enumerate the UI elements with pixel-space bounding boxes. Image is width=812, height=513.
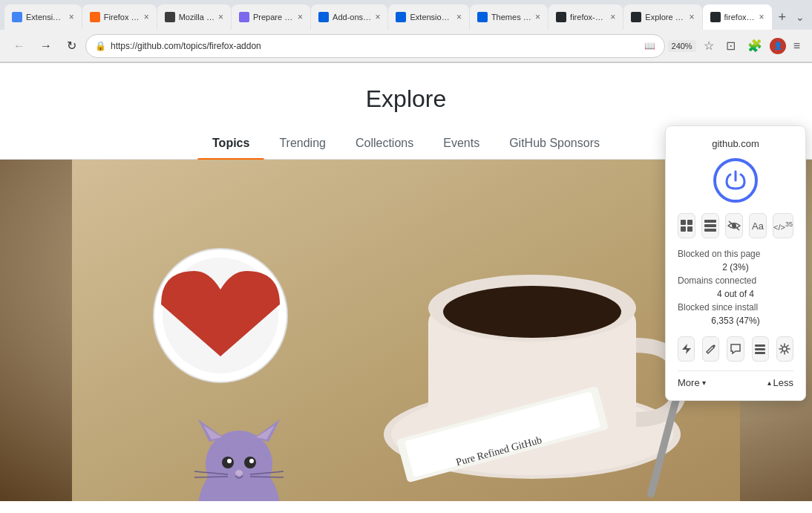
tab-close-btn[interactable]: ×: [610, 12, 615, 22]
tab-ext-basic[interactable]: Extension Basi... ×: [4, 4, 82, 30]
settings-icon: [779, 343, 790, 355]
lightning-action-button[interactable]: [678, 336, 695, 362]
tab-extensions-add[interactable]: Extensions – Ad... ×: [388, 4, 468, 30]
tab-close-btn[interactable]: ×: [759, 12, 764, 22]
tab-close-btn[interactable]: ×: [144, 12, 149, 22]
svg-line-25: [194, 477, 228, 477]
pocket-button[interactable]: ⊡: [721, 36, 740, 56]
chat-action-button[interactable]: [727, 336, 744, 362]
grid-tool-button[interactable]: [701, 213, 719, 238]
reload-button[interactable]: ↻: [61, 36, 82, 56]
edit-icon: [705, 343, 717, 355]
tab-close-btn[interactable]: ×: [375, 12, 380, 22]
tab-label: Themes – Add-...: [491, 13, 531, 22]
edit-action-button[interactable]: [702, 336, 719, 362]
svg-point-23: [235, 470, 243, 476]
svg-rect-40: [704, 220, 716, 223]
popup-footer: More ▾ ▴ Less: [678, 370, 793, 388]
avatar[interactable]: 👤: [770, 38, 786, 54]
forward-button[interactable]: →: [34, 36, 58, 56]
less-label: Less: [773, 377, 793, 388]
nav-topics[interactable]: Topics: [197, 128, 264, 159]
tab-mozilla-support[interactable]: Mozilla Support ×: [157, 4, 231, 30]
settings-action-button[interactable]: [776, 336, 793, 362]
menu-button[interactable]: ≡: [789, 36, 805, 56]
tab-favicon: [165, 12, 175, 22]
extension-popup: github.com: [665, 125, 806, 401]
extensions-button[interactable]: 🧩: [743, 36, 767, 56]
eye-icon: [727, 219, 741, 232]
svg-rect-46: [755, 344, 765, 347]
dashboard-tool-button[interactable]: [678, 213, 695, 238]
blocked-on-page-label: Blocked on this page: [678, 249, 760, 259]
tab-explore-github[interactable]: Explore GitHub... ×: [623, 4, 701, 30]
browser-chrome: Extension Basi... × Firefox add-ons × Mo…: [0, 0, 812, 63]
chat-icon: [730, 343, 741, 355]
svg-rect-47: [755, 348, 765, 350]
tab-ff-addons[interactable]: Firefox add-ons ×: [82, 4, 157, 30]
list-action-button[interactable]: [752, 336, 769, 362]
new-tab-button[interactable]: +: [773, 10, 793, 25]
code-tool-button[interactable]: </>35: [773, 213, 793, 238]
nav-events[interactable]: Events: [428, 128, 494, 159]
svg-point-21: [227, 459, 232, 463]
svg-rect-41: [704, 224, 716, 227]
address-bar[interactable]: 🔒 https://github.com/topics/firefox-addo…: [85, 34, 665, 58]
lightning-icon: [681, 343, 693, 355]
tab-close-btn[interactable]: ×: [298, 12, 303, 22]
tab-favicon: [556, 12, 566, 22]
blocked-on-page-value: 2 (3%): [722, 262, 748, 272]
nav-github-sponsors[interactable]: GitHub Sponsors: [494, 128, 615, 159]
tab-label: Add-ons for Fir...: [333, 13, 371, 22]
tab-active-firefox-addon[interactable]: firefox-addo... ×: [703, 4, 772, 30]
bookmark-button[interactable]: ☆: [699, 36, 718, 56]
less-button[interactable]: ▴ Less: [767, 377, 793, 388]
tab-overflow-button[interactable]: ⌄: [793, 11, 808, 23]
nav-trending[interactable]: Trending: [264, 128, 341, 159]
back-button[interactable]: ←: [7, 36, 31, 56]
url-text: https://github.com/topics/firefox-addon: [111, 41, 640, 51]
tab-firefox-addon[interactable]: firefox-addon-... ×: [549, 4, 623, 30]
tab-favicon: [710, 12, 721, 22]
reading-mode-icon: 📖: [644, 41, 655, 51]
explore-title: Explore: [0, 85, 812, 113]
tab-favicon: [12, 12, 22, 22]
dashboard-icon: [680, 219, 693, 232]
svg-point-14: [206, 431, 272, 497]
tab-favicon: [318, 12, 329, 22]
toolbar-actions: 240% ☆ ⊡ 🧩 👤 ≡: [668, 36, 805, 56]
avatar-image: 👤: [773, 42, 782, 50]
tab-label: Firefox add-ons: [104, 13, 140, 22]
font-tool-button[interactable]: Aa: [749, 213, 767, 238]
popup-stats: Blocked on this page 2 (3%) Domains conn…: [678, 249, 793, 326]
tab-close-btn[interactable]: ×: [690, 12, 695, 22]
domains-connected-label: Domains connected: [678, 275, 756, 286]
tab-close-btn[interactable]: ×: [69, 12, 74, 22]
nav-collections[interactable]: Collections: [341, 128, 428, 159]
svg-point-49: [782, 347, 787, 351]
list-icon: [754, 343, 766, 355]
tab-close-btn[interactable]: ×: [535, 12, 540, 22]
power-circle: [713, 158, 758, 203]
more-button[interactable]: More ▾: [678, 377, 706, 388]
blocked-since-install-row: Blocked since install: [678, 302, 793, 313]
tab-favicon: [239, 12, 249, 22]
blocked-since-install-value: 6,353 (47%): [711, 316, 759, 326]
svg-marker-45: [682, 344, 691, 354]
code-icon: </>35: [773, 220, 793, 232]
zoom-level: 240%: [668, 40, 696, 52]
font-icon: Aa: [752, 220, 764, 232]
tab-addons-firefox[interactable]: Add-ons for Fir... ×: [311, 4, 387, 30]
tab-themes[interactable]: Themes – Add-... ×: [470, 4, 548, 30]
svg-rect-39: [687, 226, 693, 232]
tab-close-btn[interactable]: ×: [456, 12, 462, 22]
tab-label: Explore GitHub...: [645, 13, 685, 22]
tab-close-btn[interactable]: ×: [218, 12, 223, 22]
eye-tool-button[interactable]: [725, 213, 743, 238]
more-label: More: [678, 377, 700, 388]
svg-rect-37: [687, 220, 693, 225]
blocked-since-install-label: Blocked since install: [678, 302, 758, 313]
tab-label: firefox-addon-...: [570, 13, 606, 22]
navigation-toolbar: ← → ↻ 🔒 https://github.com/topics/firefo…: [0, 30, 812, 62]
tab-prepare[interactable]: Prepare your Fi... ×: [232, 4, 310, 30]
